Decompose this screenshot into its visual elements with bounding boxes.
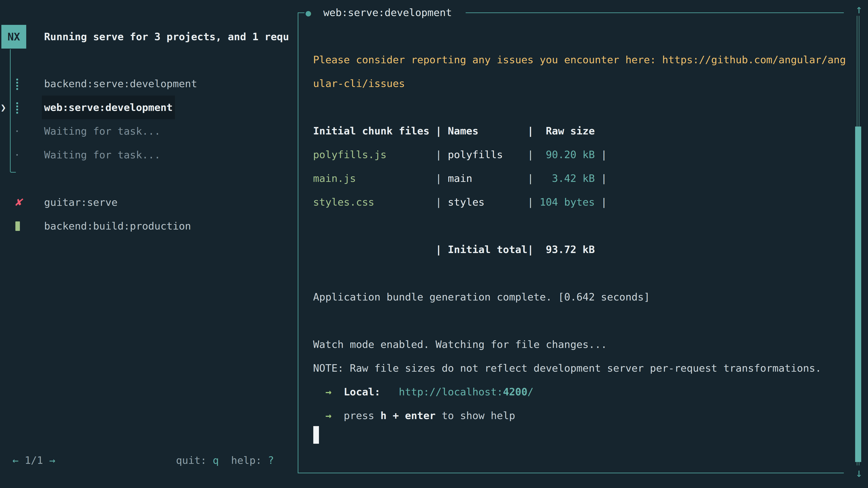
nx-logo-badge: NX [1,25,26,48]
angular-issues-notice-line1: Please consider reporting any issues you… [313,48,856,72]
help-pre-text: press [344,410,380,422]
spinner-icon [13,96,22,119]
panel-border-left [298,12,298,473]
cell-file: main.js [313,166,436,190]
blank-line [313,95,856,119]
panel-border-top [466,12,844,13]
local-label: Local: [344,386,380,398]
local-url-line: → Local: http://localhost:4200/ [313,380,856,404]
task-label: backend:serve:development [44,72,197,96]
col-header-names: Names [448,119,527,143]
help-key: ? [268,454,274,466]
task-item-guitar-serve[interactable]: ✘ guitar:serve [0,191,296,214]
total-size: 93.72 kB [539,238,595,261]
watch-mode-line: Watch mode enabled. Watching for file ch… [313,332,856,356]
arrow-right-icon: → [325,410,331,422]
quit-key: q [213,454,219,466]
waiting-dot-icon [13,143,22,167]
initial-total-row: | Initial total| 93.72 kB [313,238,856,261]
cell-file: styles.css [313,190,436,214]
terminal-cursor [313,426,319,444]
cell-name: styles [448,190,527,214]
note-line: NOTE: Raw file sizes do not reflect deve… [313,356,856,380]
localhost-link[interactable]: http://localhost:4200/ [399,386,533,398]
success-square-icon [13,214,22,238]
bundle-complete-line: Application bundle generation complete. … [313,285,856,309]
col-header-size: Raw size [539,119,595,143]
help-post-text: to show help [436,410,515,422]
chunk-table-header: Initial chunk files| Names| Raw size [313,119,856,143]
col-header-files: Initial chunk files [313,119,436,143]
help-hint-line: → press h + enter to show help [313,404,856,427]
cell-name: main [448,166,527,190]
task-item-waiting-1[interactable]: Waiting for task... [0,119,296,143]
help-keys: h + enter [380,410,436,422]
task-label: guitar:serve [44,191,118,214]
quit-label: quit: [176,454,213,466]
gap [219,454,231,466]
spinner-icon [13,72,22,96]
waiting-dot-icon [13,119,22,143]
scroll-up-arrow-icon[interactable]: ↑ [852,1,866,17]
running-dot-icon: ● [306,8,311,18]
cell-size: 90.20 kB [539,143,595,166]
failed-cross-icon: ✘ [13,191,22,214]
blank-line [313,214,856,238]
cell-size: 3.42 kB [539,166,595,190]
panel-border-bottom [298,473,844,473]
table-row: polyfills.js| polyfills| 90.20 kB | [313,143,856,166]
arrow-right-icon: → [325,386,331,398]
cell-name: polyfills [448,143,527,166]
terminal-output: Please consider reporting any issues you… [313,48,856,427]
page-title: Running serve for 3 projects, and 1 requ [44,25,295,48]
scroll-down-arrow-icon[interactable]: ↓ [852,465,866,481]
total-label: Initial total [448,238,527,261]
table-row: main.js| main| 3.42 kB | [313,166,856,190]
panel-title-text: web:serve:development [323,6,452,19]
sidebar-bottom-bar: ← 1/1 → quit: q help: ? [0,449,298,472]
cell-size: 104 bytes [539,190,595,214]
keyboard-shortcuts: quit: q help: ? [0,449,274,472]
task-item-backend-serve[interactable]: backend:serve:development [0,72,296,96]
table-row: styles.css| styles| 104 bytes | [313,190,856,214]
task-label: web:serve:development [42,96,175,119]
task-item-backend-build[interactable]: backend:build:production [0,214,296,238]
blank-line [313,309,856,332]
task-label: backend:build:production [44,214,191,238]
help-label: help: [231,454,268,466]
cell-file: polyfills.js [313,143,436,166]
scrollbar-thumb[interactable] [855,127,861,462]
panel-border-top-stub [298,12,305,13]
task-item-web-serve[interactable]: ❯ web:serve:development [0,96,296,119]
task-item-waiting-2[interactable]: Waiting for task... [0,143,296,167]
angular-issues-notice-line2: ular-cli/issues [313,72,856,95]
task-label: Waiting for task... [44,143,160,167]
selected-chevron-icon: ❯ [0,96,6,119]
blank-line [313,261,856,285]
panel-title: ● web:serve:development [306,1,452,24]
task-label: Waiting for task... [44,119,160,143]
